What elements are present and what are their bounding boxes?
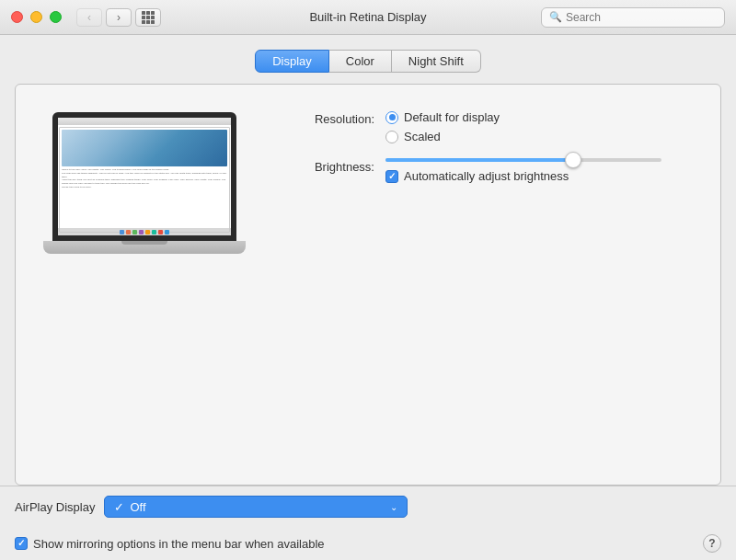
tab-night-shift[interactable]: Night Shift: [392, 50, 481, 73]
nav-buttons: ‹ ›: [76, 8, 132, 27]
auto-brightness-checkbox[interactable]: ✓: [385, 170, 398, 183]
airplay-bar: AirPlay Display ✓ Off ⌄: [0, 486, 736, 527]
screen-image: [62, 130, 227, 166]
search-icon: 🔍: [549, 11, 562, 23]
resolution-scaled-option[interactable]: Scaled: [385, 130, 500, 143]
resolution-setting: Resolution: Default for display Scaled: [282, 110, 693, 143]
resolution-label: Resolution:: [282, 110, 374, 126]
grid-icon: [142, 11, 155, 24]
tab-color[interactable]: Color: [329, 50, 392, 73]
search-input[interactable]: [566, 11, 717, 24]
traffic-lights: [11, 11, 62, 23]
resolution-scaled-radio[interactable]: [385, 131, 398, 143]
radio-dot: [389, 114, 396, 120]
screen-text-2: The ones who see things differently. The…: [62, 172, 227, 179]
minimize-button[interactable]: [30, 11, 42, 23]
close-button[interactable]: [11, 11, 23, 23]
resolution-default-option[interactable]: Default for display: [385, 110, 500, 124]
grid-view-button[interactable]: [135, 8, 161, 27]
title-bar: ‹ › Built-in Retina Display 🔍: [0, 0, 736, 35]
mirroring-row: ✓ Show mirroring options in the menu bar…: [0, 527, 736, 560]
auto-brightness-label: Automatically adjust brightness: [404, 169, 569, 183]
screen-window: Here's to the crazy ones. The misfits. T…: [59, 127, 230, 233]
mirroring-label: Show mirroring options in the menu bar w…: [33, 537, 325, 551]
checkbox-checkmark: ✓: [388, 172, 396, 181]
resolution-default-label: Default for display: [404, 110, 500, 124]
brightness-slider-thumb[interactable]: [565, 152, 581, 168]
window-title: Built-in Retina Display: [309, 10, 426, 24]
brightness-label: Brightness:: [282, 158, 374, 174]
brightness-setting: Brightness: ✓ Automatically adjust brigh…: [282, 158, 693, 183]
settings-panel: Resolution: Default for display Scaled: [282, 110, 693, 183]
screen-inner: Here's to the crazy ones. The misfits. T…: [58, 118, 231, 235]
mirroring-checkmark: ✓: [17, 539, 25, 548]
laptop-illustration: Here's to the crazy ones. The misfits. T…: [43, 112, 246, 254]
brightness-slider-track[interactable]: [385, 158, 661, 162]
resolution-options: Default for display Scaled: [385, 110, 500, 143]
chevron-down-icon: ⌄: [390, 502, 397, 512]
brightness-slider-fill: [385, 158, 573, 162]
screen-text-3: About the only thing you can't do is ign…: [62, 178, 227, 186]
screen-text-4: Maybe they have to be crazy.: [62, 186, 227, 189]
resolution-scaled-label: Scaled: [404, 130, 441, 143]
airplay-value: Off: [130, 500, 390, 514]
screen-menubar: [58, 118, 231, 125]
laptop-screen: Here's to the crazy ones. The misfits. T…: [52, 112, 236, 241]
mirroring-checkbox[interactable]: ✓: [15, 537, 28, 550]
main-panel: Here's to the crazy ones. The misfits. T…: [15, 84, 721, 486]
forward-button[interactable]: ›: [106, 8, 132, 27]
tab-bar: Display Color Night Shift: [15, 50, 721, 73]
airplay-dropdown[interactable]: ✓ Off ⌄: [104, 496, 408, 518]
back-button[interactable]: ‹: [76, 8, 102, 27]
tab-display[interactable]: Display: [255, 50, 329, 73]
laptop-notch: [121, 241, 167, 245]
display-content: Here's to the crazy ones. The misfits. T…: [43, 103, 693, 254]
resolution-default-radio[interactable]: [385, 111, 398, 124]
help-button[interactable]: ?: [703, 534, 721, 553]
search-bar[interactable]: 🔍: [541, 7, 725, 28]
maximize-button[interactable]: [50, 11, 62, 23]
content-area: Display Color Night Shift Here's to the …: [0, 35, 736, 486]
auto-brightness-row: ✓ Automatically adjust brightness: [385, 169, 661, 183]
airplay-label: AirPlay Display: [15, 500, 95, 514]
screen-dock: [58, 228, 231, 235]
laptop-base: [43, 241, 246, 254]
bottom-section: AirPlay Display ✓ Off ⌄ ✓ Show mirroring…: [0, 486, 736, 560]
airplay-checkmark: ✓: [114, 500, 124, 514]
brightness-controls: ✓ Automatically adjust brightness: [385, 158, 661, 183]
